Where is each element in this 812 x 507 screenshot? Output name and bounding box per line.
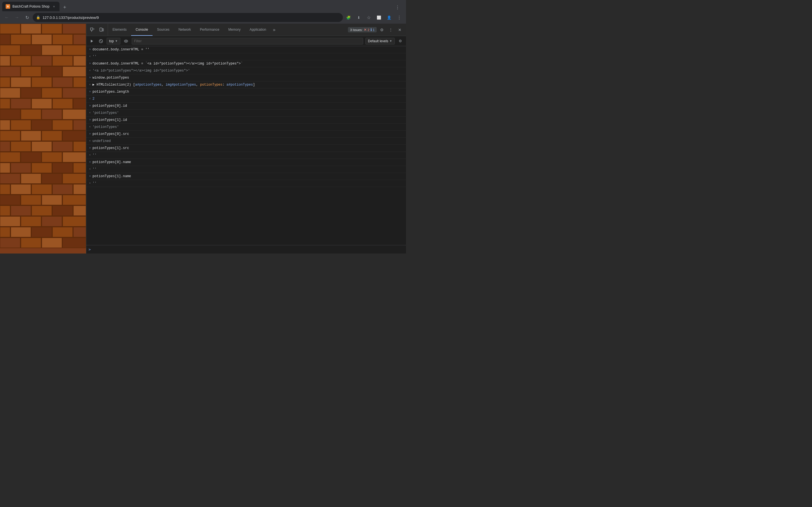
console-execute-button[interactable] — [89, 38, 95, 45]
console-arrow: › — [87, 48, 93, 51]
download-button[interactable]: ⬇ — [354, 13, 363, 22]
devtools-more-button[interactable]: ⋮ — [387, 26, 395, 34]
svg-rect-44 — [52, 120, 73, 130]
svg-rect-5 — [0, 34, 10, 45]
console-line: ‹'<a id="potionTypes"></a><img id="potio… — [86, 67, 406, 74]
address-bar[interactable]: 🔒 127.0.0.1:1337/products/preview/9 — [33, 13, 343, 22]
svg-rect-86 — [0, 227, 10, 237]
svg-rect-2 — [21, 24, 41, 34]
svg-rect-69 — [11, 184, 31, 194]
svg-rect-61 — [32, 163, 52, 173]
console-line: ›potionTypes[0].id — [86, 103, 406, 110]
console-content: '' — [93, 167, 404, 172]
console-settings-button[interactable]: ⚙ — [397, 38, 404, 45]
devtools-settings-button[interactable]: ⚙ — [378, 26, 386, 34]
svg-rect-81 — [73, 206, 86, 216]
console-content: potionTypes[0].name — [93, 160, 404, 165]
svg-point-104 — [125, 41, 126, 42]
new-tab-button[interactable]: + — [61, 3, 68, 11]
inspect-element-button[interactable] — [89, 26, 96, 34]
console-eye-button[interactable] — [123, 38, 130, 45]
devtools-actions: 3 Issues: ✕ 2 ℹ 1 ⚙ ⋮ ✕ — [346, 26, 406, 34]
tab-elements[interactable]: Elements — [108, 24, 131, 36]
console-prompt: > — [89, 247, 91, 251]
console-arrow: › — [87, 160, 93, 164]
svg-rect-68 — [0, 184, 10, 194]
svg-rect-54 — [73, 142, 86, 152]
active-tab[interactable]: B BatchCraft Potions Shop × — [2, 2, 59, 11]
levels-dropdown-icon: ▼ — [389, 40, 392, 43]
svg-rect-72 — [73, 184, 86, 194]
tab-application[interactable]: Application — [245, 24, 271, 36]
tab-sources[interactable]: Sources — [153, 24, 174, 36]
svg-rect-65 — [21, 173, 41, 184]
svg-rect-43 — [32, 120, 52, 130]
svg-rect-75 — [42, 195, 62, 205]
tab-menu-button[interactable]: ⋮ — [394, 3, 402, 11]
svg-rect-16 — [32, 56, 52, 66]
forward-button[interactable]: → — [12, 13, 21, 22]
svg-rect-51 — [11, 142, 31, 152]
profile-button[interactable]: 👤 — [385, 13, 394, 22]
tab-console[interactable]: Console — [131, 24, 153, 36]
url-text: 127.0.0.1:1337/products/preview/9 — [43, 15, 340, 20]
svg-rect-55 — [0, 152, 20, 162]
svg-rect-4 — [63, 24, 86, 34]
console-content: '' — [93, 153, 404, 158]
svg-rect-8 — [52, 34, 73, 45]
console-content: window.potionTypes — [93, 75, 404, 80]
console-arrow: › — [87, 146, 93, 150]
svg-rect-23 — [0, 77, 10, 87]
console-clear-button[interactable] — [98, 38, 104, 45]
refresh-button[interactable]: ↻ — [22, 13, 32, 22]
console-filter-input[interactable]: Filter — [132, 38, 363, 45]
console-arrow: ‹ — [87, 55, 93, 58]
tab-network[interactable]: Network — [174, 24, 195, 36]
console-arrow: › — [87, 76, 93, 79]
console-line: ‹undefined — [86, 138, 406, 145]
console-arrow: ‹ — [87, 181, 93, 185]
svg-rect-87 — [11, 227, 31, 237]
console-line: ‹'' — [86, 53, 406, 60]
svg-rect-92 — [21, 238, 41, 248]
devtools-toggle-button[interactable]: ⬜ — [374, 13, 384, 22]
tab-bar: B BatchCraft Potions Shop × + ⋮ — [0, 0, 406, 11]
svg-rect-80 — [52, 206, 73, 216]
svg-rect-47 — [21, 131, 41, 141]
svg-rect-7 — [32, 34, 52, 45]
console-arrow: ‹ — [87, 139, 93, 143]
more-tabs-button[interactable]: » — [271, 27, 278, 33]
svg-rect-90 — [73, 227, 86, 237]
svg-rect-59 — [0, 163, 10, 173]
console-input[interactable] — [93, 247, 404, 251]
context-selector[interactable]: top ▼ — [107, 38, 120, 45]
svg-rect-83 — [21, 216, 41, 226]
device-toolbar-button[interactable] — [98, 26, 105, 34]
bookmark-button[interactable]: ☆ — [364, 13, 373, 22]
svg-rect-32 — [0, 99, 10, 109]
svg-rect-17 — [52, 56, 73, 66]
devtools-icon-group — [86, 24, 108, 36]
devtools-tabs: Elements Console Sources Network Perform… — [108, 24, 346, 36]
svg-rect-93 — [42, 238, 62, 248]
browser-menu-button[interactable]: ⋮ — [395, 13, 404, 22]
tab-title: BatchCraft Potions Shop — [12, 4, 49, 8]
console-arrow: ‹ — [87, 83, 93, 86]
tab-close-button[interactable]: × — [52, 4, 56, 9]
tab-performance[interactable]: Performance — [195, 24, 224, 36]
console-content: potionTypes[0].id — [93, 103, 404, 108]
svg-rect-18 — [73, 56, 86, 66]
tab-end: ⋮ — [68, 3, 404, 11]
extensions-button[interactable]: 🧩 — [344, 13, 353, 22]
svg-rect-99 — [102, 29, 103, 31]
svg-rect-27 — [73, 77, 86, 87]
devtools-close-button[interactable]: ✕ — [396, 26, 404, 34]
console-arrow: › — [87, 118, 93, 121]
back-button[interactable]: ← — [2, 13, 11, 22]
levels-selector[interactable]: Default levels ▼ — [365, 38, 395, 45]
svg-rect-35 — [52, 99, 73, 109]
issues-badge[interactable]: 3 Issues: ✕ 2 ℹ 1 — [348, 27, 377, 33]
svg-rect-36 — [73, 99, 86, 109]
tab-memory[interactable]: Memory — [224, 24, 245, 36]
svg-rect-52 — [32, 142, 52, 152]
